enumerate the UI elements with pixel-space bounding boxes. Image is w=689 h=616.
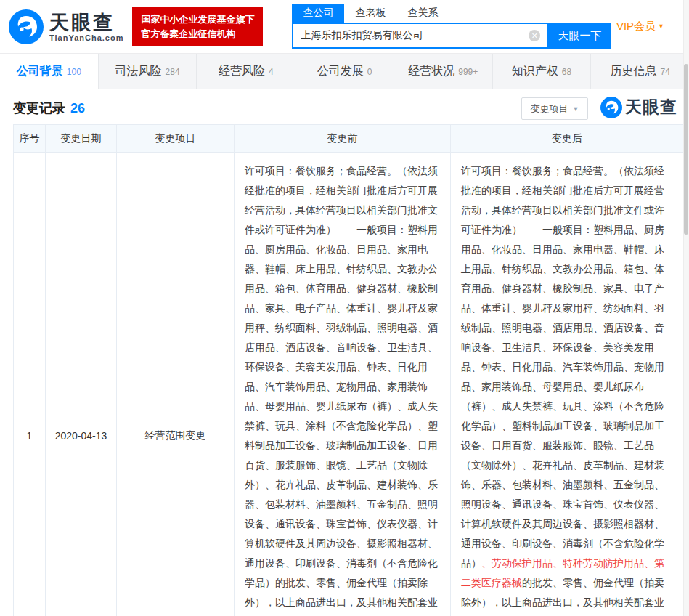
col-header-date: 变更日期 [46, 125, 117, 153]
col-header-item: 变更项目 [117, 125, 235, 153]
nav-tab-count: 74 [660, 67, 669, 77]
nav-tab-count: 68 [562, 67, 571, 77]
gov-badge: 国家中小企业发展基金旗下 官方备案企业征信机构 [132, 7, 263, 46]
nav-tab-company-background[interactable]: 公司背景 100 [0, 54, 99, 89]
row-change-date: 2020-04-13 [46, 153, 117, 616]
nav-tab-history-info[interactable]: 历史信息 74 [591, 54, 689, 89]
vertical-scrollbar-thumb[interactable] [684, 64, 688, 235]
gov-badge-line1: 国家中小企业发展基金旗下 [141, 12, 254, 27]
vertical-scrollbar-track[interactable] [683, 0, 689, 616]
search-input[interactable] [292, 23, 547, 49]
search-tab-relation[interactable]: 查关系 [396, 4, 449, 23]
page: 天眼查 TianYanCha.com 国家中小企业发展基金旗下 官方备案企业征信… [0, 0, 689, 616]
change-item-filter-dropdown[interactable]: 变更项目 ▼ [521, 97, 588, 120]
row-change-item: 经营范围变更 [117, 153, 235, 616]
nav-tabs: 公司背景 100 司法风险 284 经营风险 4 公司发展 0 经营状况 999… [0, 53, 689, 89]
search-tab-company[interactable]: 查公司 [292, 4, 344, 23]
after-text-pre: 许可项目：餐饮服务；食品经营。（依法须经批准的项目，经相关部门批准后方可开展经营… [461, 165, 664, 569]
nav-tab-label: 公司发展 [317, 64, 364, 79]
nav-tab-count: 999+ [458, 67, 478, 77]
nav-tab-operation-risk[interactable]: 经营风险 4 [197, 54, 295, 89]
nav-tab-label: 公司背景 [17, 64, 63, 79]
nav-tab-label: 经营状况 [408, 64, 454, 79]
row-before-text: 许可项目：餐饮服务；食品经营。（依法须经批准的项目，经相关部门批准后方可开展经营… [235, 153, 451, 616]
change-records-table: 序号 变更日期 变更项目 变更前 变更后 1 2020-04-13 经营范围变更… [13, 124, 684, 616]
search-tabs: 查公司 查老板 查关系 [292, 4, 611, 23]
section-count: 26 [70, 101, 85, 115]
nav-tab-company-development[interactable]: 公司发展 0 [295, 54, 394, 89]
vip-label: VIP会员 [616, 20, 656, 32]
gov-badge-line2: 官方备案企业征信机构 [141, 27, 254, 41]
row-index: 1 [14, 153, 46, 616]
nav-tab-count: 100 [67, 67, 81, 77]
watermark-logo: 天眼查 [600, 96, 677, 118]
logo-cn: 天眼查 [49, 12, 123, 33]
logo-en: TianYanCha.com [49, 33, 123, 42]
vip-caret-icon: ▼ [658, 23, 664, 30]
nav-tab-label: 司法风险 [115, 64, 162, 79]
nav-tab-count: 284 [166, 67, 180, 77]
search-button[interactable]: 天眼一下 [547, 23, 611, 49]
logo-text: 天眼查 TianYanCha.com [49, 12, 123, 42]
chevron-down-icon: ▼ [573, 105, 579, 113]
tianyancha-logo-icon [9, 9, 44, 44]
tianyancha-logo[interactable]: 天眼查 TianYanCha.com [9, 9, 123, 44]
col-header-after: 变更后 [451, 125, 684, 153]
top-header: 天眼查 TianYanCha.com 国家中小企业发展基金旗下 官方备案企业征信… [0, 0, 689, 53]
nav-tab-judicial-risk[interactable]: 司法风险 284 [99, 54, 197, 89]
search-input-wrap: ✕ [292, 23, 547, 49]
filter-label: 变更项目 [531, 102, 568, 115]
nav-tab-label: 知识产权 [512, 64, 558, 79]
table-row: 1 2020-04-13 经营范围变更 许可项目：餐饮服务；食品经营。（依法须经… [14, 153, 684, 616]
nav-tab-count: 4 [269, 67, 274, 77]
search-row: ✕ 天眼一下 [292, 23, 611, 49]
nav-tab-operation-status[interactable]: 经营状况 999+ [394, 54, 493, 89]
nav-tab-intellectual-property[interactable]: 知识产权 68 [493, 54, 592, 89]
section-title: 变更记录 [13, 100, 65, 117]
search-tab-boss[interactable]: 查老板 [344, 4, 396, 23]
nav-tab-count: 0 [367, 67, 372, 77]
vip-link[interactable]: VIP会员▼ [616, 20, 689, 33]
watermark-logo-icon [600, 97, 622, 118]
nav-tab-label: 历史信息 [610, 64, 656, 79]
section-bar: 变更记录26 变更项目 ▼ 天眼查 [0, 89, 689, 124]
watermark-text: 天眼查 [625, 96, 677, 118]
col-header-before: 变更前 [235, 125, 451, 153]
col-header-index: 序号 [14, 125, 46, 153]
table-header-row: 序号 变更日期 变更项目 变更前 变更后 [14, 125, 684, 153]
nav-tab-label: 经营风险 [219, 64, 265, 79]
row-after-text: 许可项目：餐饮服务；食品经营。（依法须经批准的项目，经相关部门批准后方可开展经营… [451, 153, 684, 616]
search-area: 查公司 查老板 查关系 ✕ 天眼一下 [292, 4, 611, 49]
